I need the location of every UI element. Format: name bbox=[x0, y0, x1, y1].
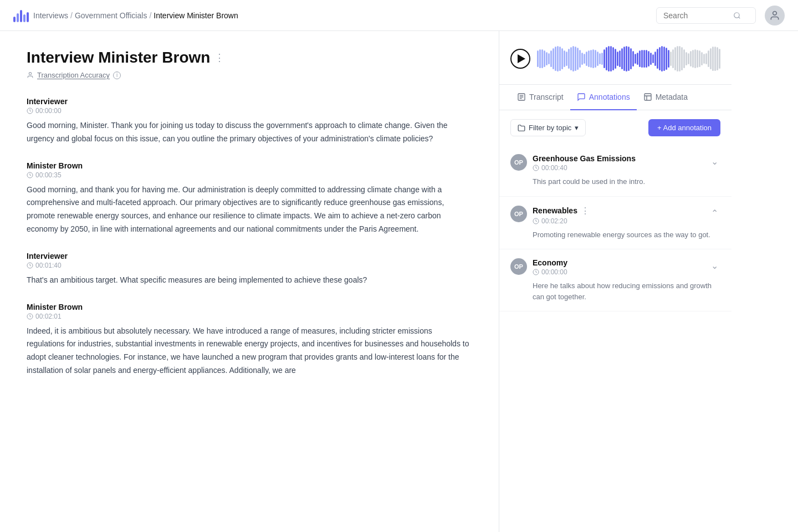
speaker-time: 00:01:40 bbox=[27, 262, 472, 269]
breadcrumb-root[interactable]: Interviews bbox=[33, 11, 68, 20]
waveform-bar-40 bbox=[626, 46, 627, 71]
header-right bbox=[656, 6, 785, 25]
tab-transcript[interactable]: Transcript bbox=[510, 85, 570, 110]
annotation-toggle[interactable]: ⌃ bbox=[709, 206, 720, 221]
filter-chevron: ▾ bbox=[575, 124, 579, 132]
waveform-bar-77 bbox=[708, 50, 709, 67]
waveform-bar-43 bbox=[632, 51, 634, 67]
waveform[interactable] bbox=[537, 42, 720, 75]
waveform-bar-17 bbox=[575, 47, 576, 71]
tab-transcript-label: Transcript bbox=[529, 93, 564, 101]
speaker-time: 00:00:00 bbox=[27, 107, 472, 115]
annotation-time: 00:02:20 bbox=[533, 217, 590, 225]
annotation-title: Renewables bbox=[533, 206, 577, 215]
breadcrumb-section[interactable]: Government Officials bbox=[75, 11, 147, 20]
svg-rect-8 bbox=[644, 94, 651, 100]
annotation-toggle[interactable]: ⌄ bbox=[709, 154, 720, 169]
tab-annotations[interactable]: Annotations bbox=[570, 85, 637, 110]
play-button[interactable] bbox=[510, 49, 530, 69]
annotation-time: 00:00:40 bbox=[533, 164, 636, 172]
svg-point-1 bbox=[773, 11, 777, 15]
waveform-bar-60 bbox=[670, 52, 672, 66]
folder-icon bbox=[518, 124, 525, 132]
waveform-bar-66 bbox=[683, 49, 685, 69]
speaker-block-3: Minister Brown 00:02:01 Indeed, it is am… bbox=[27, 303, 472, 377]
doc-title-row: Interview Minister Brown ⋮ bbox=[27, 49, 472, 66]
annotation-card-2: OP Economy 00:00:00 ⌄ Here he talks abou… bbox=[499, 249, 732, 311]
clock-icon bbox=[27, 313, 33, 320]
info-icon[interactable]: i bbox=[113, 71, 121, 79]
waveform-bar-28 bbox=[599, 53, 601, 64]
waveform-bar-9 bbox=[557, 46, 559, 72]
annotation-header-left: OP Greenhouse Gas Emissions 00:00:40 bbox=[510, 154, 636, 172]
doc-title: Interview Minister Brown bbox=[27, 49, 210, 66]
logo bbox=[13, 9, 29, 22]
waveform-bar-47 bbox=[641, 50, 643, 68]
waveform-bar-3 bbox=[544, 50, 545, 67]
waveform-bar-26 bbox=[595, 50, 596, 68]
doc-menu-icon[interactable]: ⋮ bbox=[214, 52, 224, 64]
annotation-title-row: Economy bbox=[533, 258, 567, 267]
waveform-bar-79 bbox=[712, 47, 714, 71]
transcript-tab-icon bbox=[517, 93, 526, 101]
waveform-bar-80 bbox=[714, 47, 716, 71]
annotation-toggle[interactable]: ⌄ bbox=[709, 258, 720, 273]
waveform-bar-8 bbox=[555, 47, 556, 71]
waveform-bar-49 bbox=[646, 50, 647, 68]
waveform-bar-48 bbox=[643, 50, 645, 68]
waveform-bar-4 bbox=[546, 52, 548, 65]
clock-icon bbox=[27, 108, 33, 114]
filter-row: Filter by topic ▾ + Add annotation bbox=[499, 110, 732, 145]
doc-subtitle: Transcription Accuracy i bbox=[27, 71, 472, 79]
waveform-bar-57 bbox=[663, 47, 665, 71]
annotation-body: This part could be used in the intro. bbox=[510, 176, 720, 187]
waveform-bar-51 bbox=[650, 53, 652, 65]
breadcrumb-current: Interview Minister Brown bbox=[154, 11, 238, 20]
tab-metadata[interactable]: Metadata bbox=[637, 85, 694, 110]
clock-icon bbox=[533, 218, 539, 224]
waveform-bar-69 bbox=[690, 51, 692, 66]
annotation-card-1: OP Renewables ⋮ 00:02:20 ⌃ Promoting ren… bbox=[499, 197, 732, 250]
transcription-accuracy-link[interactable]: Transcription Accuracy bbox=[37, 71, 110, 79]
waveform-bar-65 bbox=[681, 47, 683, 70]
waveform-bar-24 bbox=[590, 50, 592, 68]
speaker-text: That's an ambitious target. What specifi… bbox=[27, 274, 472, 287]
waveform-bar-64 bbox=[679, 46, 681, 71]
waveform-bar-11 bbox=[561, 48, 563, 70]
waveform-bar-55 bbox=[659, 47, 661, 71]
waveform-bar-62 bbox=[674, 47, 676, 70]
filter-by-topic-button[interactable]: Filter by topic ▾ bbox=[510, 119, 586, 136]
waveform-bar-0 bbox=[537, 50, 539, 67]
waveform-bar-41 bbox=[628, 47, 630, 71]
speaker-name: Interviewer bbox=[27, 97, 472, 106]
waveform-bar-19 bbox=[579, 50, 581, 68]
waveform-bar-46 bbox=[639, 50, 641, 66]
annotation-meta: Greenhouse Gas Emissions 00:00:40 bbox=[533, 154, 636, 172]
annotation-avatar: OP bbox=[510, 206, 527, 222]
add-annotation-button[interactable]: + Add annotation bbox=[648, 119, 720, 136]
logo-icon bbox=[13, 9, 29, 22]
speaker-name: Interviewer bbox=[27, 252, 472, 260]
annotation-header: OP Economy 00:00:00 ⌄ bbox=[510, 258, 720, 276]
avatar[interactable] bbox=[765, 6, 785, 25]
logo-bar-3 bbox=[20, 10, 22, 22]
waveform-bar-13 bbox=[566, 52, 567, 66]
waveform-bar-50 bbox=[648, 51, 649, 67]
annotation-menu-icon[interactable]: ⋮ bbox=[581, 206, 590, 216]
tab-metadata-label: Metadata bbox=[656, 93, 688, 101]
waveform-area bbox=[499, 31, 732, 85]
waveform-bar-23 bbox=[588, 50, 590, 67]
annotation-header-left: OP Economy 00:00:00 bbox=[510, 258, 567, 276]
waveform-bar-63 bbox=[677, 46, 678, 71]
waveform-bar-6 bbox=[550, 50, 552, 67]
waveform-bar-20 bbox=[581, 53, 583, 65]
waveform-bar-12 bbox=[564, 50, 565, 68]
search-input[interactable] bbox=[663, 11, 730, 20]
waveform-bar-39 bbox=[623, 47, 625, 71]
waveform-bar-59 bbox=[668, 50, 669, 68]
waveform-bar-30 bbox=[603, 49, 605, 68]
waveform-bar-32 bbox=[608, 46, 610, 71]
annotation-header-left: OP Renewables ⋮ 00:02:20 bbox=[510, 206, 590, 225]
waveform-bar-35 bbox=[615, 49, 616, 68]
search-box[interactable] bbox=[656, 7, 756, 24]
